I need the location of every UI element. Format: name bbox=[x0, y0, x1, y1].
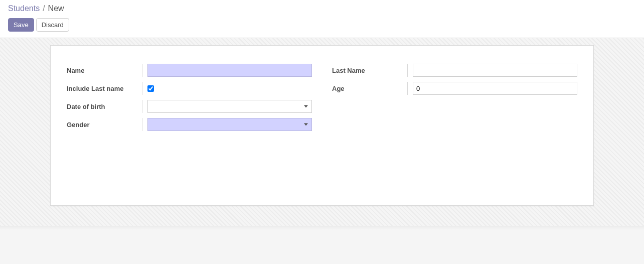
form-columns: Name Include Last name Date of birth bbox=[67, 64, 577, 131]
form-column-right: Last Name Age bbox=[332, 64, 577, 131]
discard-button[interactable]: Discard bbox=[36, 18, 69, 32]
lastname-input[interactable] bbox=[413, 64, 577, 77]
form-sheet: Name Include Last name Date of birth bbox=[50, 45, 594, 206]
form-row-include-lastname: Include Last name bbox=[67, 82, 312, 95]
content-area: Name Include Last name Date of birth bbox=[0, 38, 644, 226]
save-button[interactable]: Save bbox=[8, 18, 34, 32]
label-name: Name bbox=[67, 67, 142, 74]
include-lastname-checkbox[interactable] bbox=[147, 85, 154, 92]
breadcrumb-separator: / bbox=[43, 4, 45, 13]
label-include-lastname: Include Last name bbox=[67, 85, 142, 92]
toolbar: Save Discard bbox=[8, 18, 636, 32]
label-age: Age bbox=[332, 85, 407, 92]
name-input[interactable] bbox=[147, 64, 312, 77]
breadcrumb: Students / New bbox=[8, 4, 636, 13]
form-row-gender: Gender bbox=[67, 118, 312, 131]
form-row-lastname: Last Name bbox=[332, 64, 577, 77]
footer-shadow bbox=[0, 226, 644, 230]
form-column-left: Name Include Last name Date of birth bbox=[67, 64, 312, 131]
breadcrumb-link-students[interactable]: Students bbox=[8, 4, 40, 13]
gender-select[interactable] bbox=[147, 118, 312, 131]
form-row-dob: Date of birth bbox=[67, 100, 312, 113]
breadcrumb-current: New bbox=[48, 4, 64, 13]
dob-input[interactable] bbox=[147, 100, 312, 113]
label-gender: Gender bbox=[67, 121, 142, 128]
label-lastname: Last Name bbox=[332, 67, 407, 74]
form-row-name: Name bbox=[67, 64, 312, 77]
footer-area bbox=[0, 230, 644, 264]
form-row-age: Age bbox=[332, 82, 577, 95]
page-header: Students / New Save Discard bbox=[0, 0, 644, 38]
age-input[interactable] bbox=[413, 82, 577, 95]
label-dob: Date of birth bbox=[67, 103, 142, 110]
